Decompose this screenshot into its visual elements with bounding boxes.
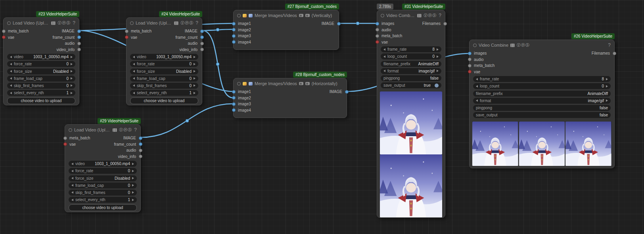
output-port-audio[interactable]: [200, 42, 204, 45]
node-header[interactable]: Load Video (Upload) ⓋⒽⓈ ?: [126, 18, 202, 28]
increment-arrow[interactable]: [194, 70, 196, 72]
decrement-arrow[interactable]: [10, 63, 12, 65]
input-port-vae[interactable]: [2, 36, 6, 39]
input-port-meta_batch[interactable]: [376, 34, 379, 38]
decrement-arrow[interactable]: [133, 63, 135, 65]
decrement-arrow[interactable]: [10, 92, 12, 94]
decrement-arrow[interactable]: [71, 163, 73, 165]
decrement-arrow[interactable]: [133, 56, 135, 58]
widget-format[interactable]: formatimage/gif: [473, 98, 611, 104]
widget-force_rate[interactable]: force_rate0: [69, 168, 137, 174]
decrement-arrow[interactable]: [71, 177, 73, 179]
decrement-arrow[interactable]: [133, 84, 135, 87]
collapse-dot[interactable]: [130, 21, 134, 25]
output-port-image[interactable]: [200, 29, 204, 33]
collapse-dot[interactable]: [237, 14, 241, 17]
decrement-arrow[interactable]: [133, 92, 135, 94]
input-port-vae[interactable]: [63, 143, 67, 146]
input-port-meta_batch[interactable]: [125, 29, 128, 33]
collapse-dot[interactable]: [237, 82, 241, 86]
widget-filename_prefix[interactable]: filename_prefixAnimateDiff: [473, 91, 611, 97]
node-header[interactable]: Merge Images/Videos (Horizontally): [234, 78, 347, 89]
decrement-arrow[interactable]: [476, 85, 478, 88]
collapse-dot[interactable]: [473, 44, 477, 47]
decrement-arrow[interactable]: [10, 70, 12, 72]
node-load-video-29[interactable]: Load Video (Upload) ⓋⒽⓈ ? meta_batch IMA…: [65, 124, 141, 212]
decrement-arrow[interactable]: [71, 199, 73, 201]
choose-video-button[interactable]: choose video to upload: [7, 97, 75, 104]
widget-force_size[interactable]: force_sizeDisabled: [130, 68, 198, 74]
widget-format[interactable]: formatimage/gif: [381, 68, 441, 74]
widget-video[interactable]: video1003_1_00050.mp4: [69, 161, 137, 167]
widget-frame_load_cap[interactable]: frame_load_cap0: [130, 76, 198, 82]
input-port-meta_batch[interactable]: [63, 136, 67, 140]
decrement-arrow[interactable]: [10, 77, 12, 80]
node-load-video-24[interactable]: Load Video (Upload) ⓋⒽⓈ ? meta_batch IMA…: [126, 17, 202, 105]
decrement-arrow[interactable]: [476, 78, 478, 80]
increment-arrow[interactable]: [71, 70, 73, 72]
decrement-arrow[interactable]: [476, 99, 478, 102]
widget-force_size[interactable]: force_sizeDisabled: [69, 175, 137, 181]
widget-loop_count[interactable]: loop_count0: [473, 83, 611, 89]
input-port-vae[interactable]: [468, 70, 472, 74]
increment-arrow[interactable]: [194, 92, 196, 94]
increment-arrow[interactable]: [132, 184, 134, 186]
input-port-image2[interactable]: [232, 28, 236, 32]
input-port-image4[interactable]: [232, 40, 236, 44]
output-port-image[interactable]: [139, 136, 142, 140]
increment-arrow[interactable]: [606, 78, 608, 80]
help-icon[interactable]: ?: [608, 42, 611, 48]
increment-arrow[interactable]: [194, 77, 196, 80]
increment-arrow[interactable]: [194, 56, 196, 58]
increment-arrow[interactable]: [437, 55, 439, 58]
widget-frame_rate[interactable]: frame_rate8: [473, 76, 611, 82]
node-load-video-23[interactable]: Load Video (Upload) ⓋⒽⓈ ? meta_batch IMA…: [3, 17, 79, 105]
decrement-arrow[interactable]: [383, 70, 385, 72]
decrement-arrow[interactable]: [10, 56, 12, 58]
output-port-video_info[interactable]: [200, 48, 204, 51]
widget-filename_prefix[interactable]: filename_prefixAnimateDiff: [381, 61, 441, 67]
increment-arrow[interactable]: [71, 77, 73, 80]
input-port-audio[interactable]: [376, 28, 379, 32]
collapse-dot[interactable]: [381, 14, 384, 17]
widget-select_every_nth[interactable]: select_every_nth1: [130, 90, 198, 96]
increment-arrow[interactable]: [132, 199, 134, 201]
input-port-images[interactable]: [468, 51, 472, 55]
input-port-vae[interactable]: [125, 36, 128, 39]
widget-pingpong[interactable]: pingpongfalse: [381, 75, 441, 81]
increment-arrow[interactable]: [71, 84, 73, 87]
decrement-arrow[interactable]: [133, 70, 135, 72]
widget-force_rate[interactable]: force_rate0: [130, 61, 198, 67]
node-header[interactable]: Load Video (Upload) ⓋⒽⓈ ?: [65, 125, 140, 135]
toggle-dot[interactable]: [435, 84, 439, 88]
decrement-arrow[interactable]: [71, 170, 73, 172]
output-port-filenames[interactable]: [443, 22, 447, 25]
input-port-image3[interactable]: [232, 34, 236, 38]
increment-arrow[interactable]: [71, 92, 73, 94]
help-icon[interactable]: ?: [196, 20, 198, 26]
output-port-audio[interactable]: [139, 148, 142, 152]
increment-arrow[interactable]: [132, 177, 134, 179]
decrement-arrow[interactable]: [383, 55, 385, 58]
node-header[interactable]: Merge Images/Videos (Vertically): [234, 10, 339, 21]
increment-arrow[interactable]: [606, 99, 608, 102]
input-port-image2[interactable]: [232, 96, 236, 100]
increment-arrow[interactable]: [132, 191, 134, 194]
node-graph-canvas[interactable]: #23 VideoHelperSuite #24 VideoHelperSuit…: [0, 0, 644, 234]
input-port-image1[interactable]: [232, 90, 236, 93]
widget-force_rate[interactable]: force_rate0: [7, 61, 75, 67]
node-video-combine-31[interactable]: Video Combine ⓋⒽⓈ ? images Filenames aud…: [377, 10, 445, 218]
decrement-arrow[interactable]: [71, 191, 73, 194]
widget-force_size[interactable]: force_sizeDisabled: [7, 68, 75, 74]
increment-arrow[interactable]: [194, 63, 196, 65]
widget-loop_count[interactable]: loop_count0: [381, 53, 441, 59]
input-port-image1[interactable]: [232, 22, 236, 25]
increment-arrow[interactable]: [71, 63, 73, 65]
output-port-video_info[interactable]: [139, 155, 142, 158]
node-merge-horizontal-28[interactable]: Merge Images/Videos (Horizontally) image…: [233, 78, 347, 118]
node-video-combine-26[interactable]: Video Combine ⓋⒽⓈ ? images Filenames aud…: [469, 40, 615, 168]
widget-save_output[interactable]: save_outputfalse: [473, 112, 611, 118]
choose-video-button[interactable]: choose video to upload: [69, 204, 137, 211]
widget-skip_first_frames[interactable]: skip_first_frames0: [7, 83, 75, 89]
help-icon[interactable]: ?: [73, 20, 75, 26]
